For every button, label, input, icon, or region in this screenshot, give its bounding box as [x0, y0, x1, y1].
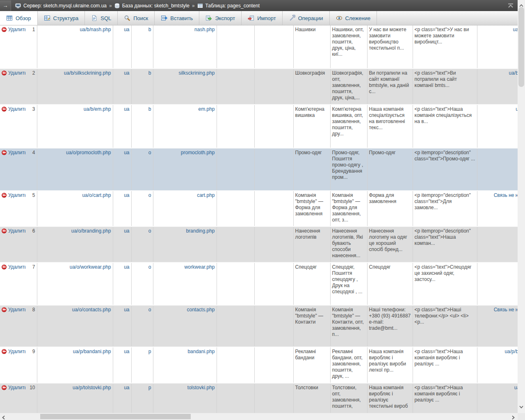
tab-import[interactable]: Импорт — [242, 11, 282, 25]
delete-row-link[interactable]: Удалить — [8, 150, 25, 155]
delete-row-link[interactable]: Удалить — [8, 106, 25, 112]
delete-icon[interactable] — [2, 27, 7, 32]
section-link[interactable]: o — [148, 307, 151, 313]
row-action-cell: Удалить — [0, 347, 25, 383]
tab-structure[interactable]: Структура — [38, 11, 85, 25]
related-link[interactable]: ua/p/to — [514, 385, 518, 390]
file-link[interactable]: nash.php — [194, 27, 215, 32]
lang-link[interactable]: ua — [124, 385, 129, 390]
delete-icon[interactable] — [2, 150, 7, 155]
lang-link[interactable]: ua — [124, 150, 129, 155]
content-html-cell: <p class="text">Наша компанія виробляє і… — [413, 347, 477, 383]
vertical-scroll-thumb[interactable] — [518, 7, 524, 87]
delete-row-link[interactable]: Удалить — [8, 307, 25, 313]
title-cell: Компанія "bmtstyle" — Контакти — [293, 305, 330, 347]
delete-row-link[interactable]: Удалить — [8, 27, 25, 32]
page-url-link[interactable]: ua/p/bandani.php — [73, 349, 111, 354]
tab-browse[interactable]: Обзор — [0, 11, 38, 25]
related-link[interactable]: Связь не найде — [494, 192, 518, 198]
delete-icon[interactable] — [2, 71, 7, 75]
page-url-link[interactable]: ua/o/promocloth.php — [66, 150, 111, 155]
tab-export[interactable]: Экспорт — [199, 11, 242, 25]
file-link[interactable]: workwear.php — [184, 264, 215, 270]
related-cell: ua/p/to — [477, 383, 518, 413]
breadcrumb-separator: » — [192, 3, 195, 9]
section-link[interactable]: p — [148, 349, 151, 354]
related-cell: ua/o — [477, 226, 518, 262]
lang-link[interactable]: ua — [124, 27, 129, 32]
collapse-panel-icon[interactable] — [507, 3, 514, 9]
delete-row-link[interactable]: Удалить — [8, 385, 25, 390]
delete-icon[interactable] — [2, 107, 7, 112]
delete-icon[interactable] — [2, 385, 7, 390]
related-link[interactable]: Связь не найде — [494, 307, 518, 313]
tab-sql[interactable]: SQL — [85, 11, 118, 25]
delete-icon[interactable] — [2, 265, 7, 269]
tab-operations[interactable]: Операции — [283, 11, 330, 25]
section-link[interactable]: o — [148, 150, 151, 155]
browse-table-icon — [6, 15, 13, 21]
file-link[interactable]: cart.php — [197, 192, 215, 198]
section-link[interactable]: o — [148, 228, 151, 234]
delete-icon[interactable] — [2, 349, 7, 354]
delete-icon[interactable] — [2, 228, 7, 233]
lang-link[interactable]: ua — [124, 106, 129, 112]
delete-icon[interactable] — [2, 307, 7, 312]
page-url-link[interactable]: ua/o/contacts.php — [72, 307, 111, 313]
delete-row-link[interactable]: Удалить — [8, 264, 25, 270]
horizontal-scrollbar[interactable] — [0, 413, 518, 420]
empty-cell — [254, 305, 293, 347]
page-url-link[interactable]: ua/o/branding.php — [71, 228, 111, 234]
delete-row-link[interactable]: Удалить — [8, 228, 25, 234]
file-link[interactable]: bandani.php — [187, 349, 215, 354]
section-link[interactable]: o — [148, 264, 151, 270]
row-id-cell: 9 — [25, 347, 37, 383]
section-link[interactable]: b — [148, 70, 151, 76]
nav-panel-toggle[interactable]: → — [0, 0, 11, 11]
related-link[interactable]: ua/b/silks — [509, 70, 518, 76]
page-url-link[interactable]: ua/p/tolstovki.php — [73, 385, 111, 390]
related-link[interactable]: ua/b/na — [513, 27, 518, 32]
horizontal-scroll-thumb[interactable] — [40, 414, 191, 419]
scroll-down-icon[interactable] — [519, 403, 524, 411]
scroll-left-icon[interactable] — [2, 414, 5, 420]
page-url-link[interactable]: ua/o/workwear.php — [70, 264, 111, 270]
tab-insert[interactable]: Вставить — [155, 11, 199, 25]
lang-link[interactable]: ua — [124, 70, 129, 76]
file-link[interactable]: contacts.php — [187, 307, 215, 313]
page-url-link[interactable]: ua/b/em.php — [84, 106, 111, 112]
file-link[interactable]: silksckrining.php — [178, 70, 215, 76]
page-url-link[interactable]: ua/o/cart.php — [82, 192, 111, 198]
section-link[interactable]: o — [148, 192, 151, 198]
table-row: Удалить 10 ua/p/tolstovki.php ua p tolst… — [0, 383, 518, 413]
empty-cell — [254, 148, 293, 191]
breadcrumb-table-link[interactable]: Таблица: pages_content — [205, 3, 260, 9]
lang-link[interactable]: ua — [124, 349, 129, 354]
lang-link[interactable]: ua — [124, 228, 129, 234]
tab-tracking[interactable]: Слежение — [330, 11, 377, 25]
delete-row-link[interactable]: Удалить — [8, 349, 25, 354]
section-link[interactable]: b — [148, 27, 151, 32]
breadcrumb-database-link[interactable]: База данных: sketch_bmtstyle — [122, 3, 189, 9]
file-link[interactable]: tolstovki.php — [187, 385, 215, 390]
lang-link[interactable]: ua — [124, 192, 129, 198]
page-url-link[interactable]: ua/b/nash.php — [80, 27, 111, 32]
delete-row-link[interactable]: Удалить — [8, 192, 25, 198]
lang-link[interactable]: ua — [124, 264, 129, 270]
tab-search[interactable]: Поиск — [118, 11, 155, 25]
delete-icon[interactable] — [2, 193, 7, 198]
delete-row-link[interactable]: Удалить — [8, 70, 25, 76]
section-link[interactable]: p — [148, 385, 151, 390]
breadcrumb-server-link[interactable]: Сервер: sketch.mysql.ukraine.com.ua — [23, 3, 107, 9]
page-url-link[interactable]: ua/b/silksckrining.php — [64, 70, 111, 76]
keywords-cell: Комп'ютерна вишивка, опт, замовлення, по… — [330, 105, 367, 148]
file-link[interactable]: em.php — [198, 106, 215, 112]
lang-link[interactable]: ua — [124, 307, 129, 313]
related-link[interactable]: ua/p/banda — [504, 349, 518, 354]
row-action-cell: Удалить — [0, 105, 25, 148]
scroll-right-icon[interactable] — [511, 414, 515, 420]
file-link[interactable]: branding.php — [186, 228, 215, 234]
file-link[interactable]: promocloth.php — [181, 150, 215, 155]
vertical-scrollbar[interactable] — [518, 0, 525, 413]
section-link[interactable]: b — [148, 106, 151, 112]
